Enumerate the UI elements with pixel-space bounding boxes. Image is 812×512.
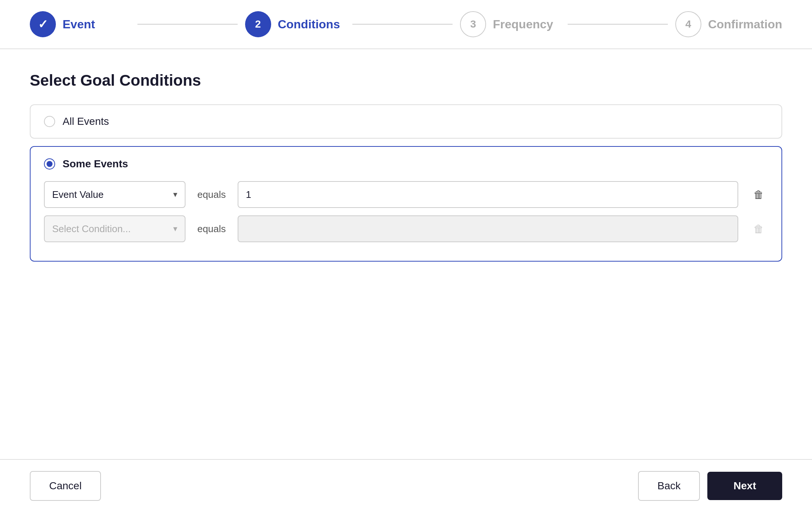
connector-3-4: [568, 24, 668, 25]
step-confirmation-circle: 4: [675, 11, 701, 37]
equals-label-1: equals: [197, 189, 226, 200]
connector-1-2: [137, 24, 238, 25]
step-event-label: Event: [63, 18, 95, 31]
chevron-down-icon-2: ▾: [173, 224, 177, 234]
condition-select-1-value: Event Value: [52, 189, 104, 200]
all-events-option[interactable]: All Events: [30, 104, 782, 139]
connector-2-3: [352, 24, 453, 25]
condition-row-1: Event Value ▾ equals 🗑: [44, 181, 768, 208]
stepper: ✓ Event 2 Conditions 3 Frequency 4 Confi…: [0, 0, 812, 49]
step-confirmation-number: 4: [685, 18, 691, 30]
footer-right: Back Next: [638, 471, 782, 501]
page-title: Select Goal Conditions: [30, 72, 782, 89]
condition-select-2-value: Select Condition...: [52, 223, 131, 235]
step-confirmation-label: Confirmation: [708, 18, 782, 31]
step-conditions-number: 2: [255, 18, 261, 30]
condition-row-2: Select Condition... ▾ equals 🗑: [44, 215, 768, 242]
condition-select-1[interactable]: Event Value ▾: [44, 181, 185, 208]
delete-condition-1-button[interactable]: 🗑: [749, 185, 768, 204]
trash-icon-2: 🗑: [754, 223, 764, 235]
cancel-button[interactable]: Cancel: [30, 471, 101, 501]
equals-label-2: equals: [197, 223, 226, 235]
all-events-label: All Events: [63, 116, 109, 127]
next-button[interactable]: Next: [707, 472, 782, 500]
step-frequency: 3 Frequency: [460, 11, 560, 37]
all-events-radio[interactable]: [44, 116, 55, 127]
checkmark-icon: ✓: [38, 17, 48, 31]
some-events-label: Some Events: [63, 158, 128, 170]
step-frequency-label: Frequency: [493, 18, 553, 31]
step-conditions-label: Conditions: [278, 18, 340, 31]
footer: Cancel Back Next: [0, 459, 812, 512]
step-conditions: 2 Conditions: [245, 11, 345, 37]
step-event-circle: ✓: [30, 11, 56, 37]
some-events-radio[interactable]: [44, 158, 55, 170]
some-events-option[interactable]: Some Events Event Value ▾ equals 🗑 Selec…: [30, 146, 782, 262]
condition-value-input-2[interactable]: [238, 215, 738, 242]
step-confirmation: 4 Confirmation: [675, 11, 782, 37]
condition-value-input-1[interactable]: [238, 181, 738, 208]
some-events-header: Some Events: [44, 158, 768, 170]
main-content: Select Goal Conditions All Events Some E…: [0, 49, 812, 459]
condition-select-2[interactable]: Select Condition... ▾: [44, 215, 185, 242]
chevron-down-icon-1: ▾: [173, 190, 177, 199]
trash-icon-1: 🗑: [754, 189, 764, 201]
some-events-radio-fill: [47, 161, 53, 167]
back-button[interactable]: Back: [638, 471, 700, 501]
step-frequency-number: 3: [470, 18, 476, 30]
delete-condition-2-button[interactable]: 🗑: [749, 219, 768, 238]
step-frequency-circle: 3: [460, 11, 486, 37]
step-conditions-circle: 2: [245, 11, 271, 37]
step-event: ✓ Event: [30, 11, 130, 37]
